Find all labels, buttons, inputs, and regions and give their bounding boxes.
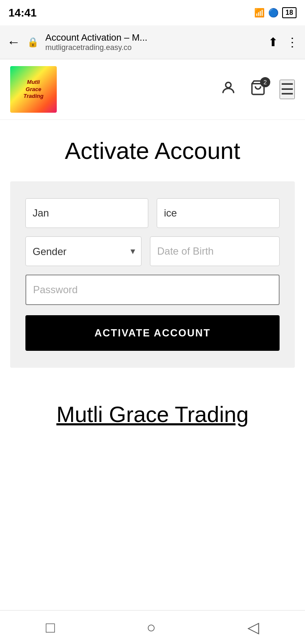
back-button[interactable]: ← xyxy=(7,34,20,50)
logo-gradient: MutliGraceTrading xyxy=(10,66,57,113)
svg-point-0 xyxy=(226,82,231,88)
status-bar: 14:41 📶 🔵 18 xyxy=(0,0,305,25)
bottom-nav: □ ○ ◁ xyxy=(0,610,305,644)
last-name-input[interactable] xyxy=(157,198,280,228)
first-name-input[interactable] xyxy=(25,198,148,228)
battery-indicator: 18 xyxy=(282,7,297,18)
share-icon[interactable]: ⬆ xyxy=(268,35,278,49)
logo-text: MutliGraceTrading xyxy=(23,79,43,100)
url-area: Account Activation – M... mutligracetrad… xyxy=(45,32,261,52)
bluetooth-icon: 🔵 xyxy=(268,8,279,18)
nav-back-button[interactable]: ◁ xyxy=(247,619,259,636)
gender-dob-row: Gender Male Female Other ▾ xyxy=(25,236,280,266)
site-header: MutliGraceTrading 2 ☰ xyxy=(0,59,305,120)
password-row xyxy=(25,275,280,305)
lock-icon: 🔒 xyxy=(27,37,39,48)
header-icons: 2 ☰ xyxy=(220,80,295,100)
form-section: Gender Male Female Other ▾ ACTIVATE ACCO… xyxy=(10,181,295,368)
status-time: 14:41 xyxy=(8,6,37,19)
nav-home-button[interactable]: ○ xyxy=(147,619,156,636)
status-icons: 📶 🔵 18 xyxy=(254,7,297,18)
account-icon[interactable] xyxy=(220,80,236,100)
gender-select[interactable]: Gender Male Female Other xyxy=(26,237,141,266)
name-row xyxy=(25,198,280,228)
activate-account-button[interactable]: ACTIVATE ACCOUNT xyxy=(25,315,280,351)
footer-section: Mutli Grace Trading xyxy=(0,376,305,444)
browser-bar: ← 🔒 Account Activation – M... mutligrace… xyxy=(0,25,305,59)
hamburger-menu[interactable]: ☰ xyxy=(280,80,295,99)
gender-wrapper: Gender Male Female Other ▾ xyxy=(25,236,141,266)
dob-input[interactable] xyxy=(150,236,280,266)
browser-title: Account Activation – M... xyxy=(45,32,261,43)
page-title-section: Activate Account xyxy=(0,120,305,173)
page-title: Activate Account xyxy=(10,137,295,164)
signal-icon: 📶 xyxy=(254,8,265,18)
cart-icon[interactable]: 2 xyxy=(250,80,266,100)
footer-brand[interactable]: Mutli Grace Trading xyxy=(56,402,249,427)
menu-icon[interactable]: ⋮ xyxy=(286,35,298,49)
browser-url: mutligracetrading.easy.co xyxy=(45,43,261,52)
cart-badge: 2 xyxy=(260,77,270,87)
password-input[interactable] xyxy=(25,275,280,305)
nav-square-button[interactable]: □ xyxy=(46,619,55,636)
browser-actions: ⬆ ⋮ xyxy=(268,35,298,49)
site-logo[interactable]: MutliGraceTrading xyxy=(10,66,57,113)
